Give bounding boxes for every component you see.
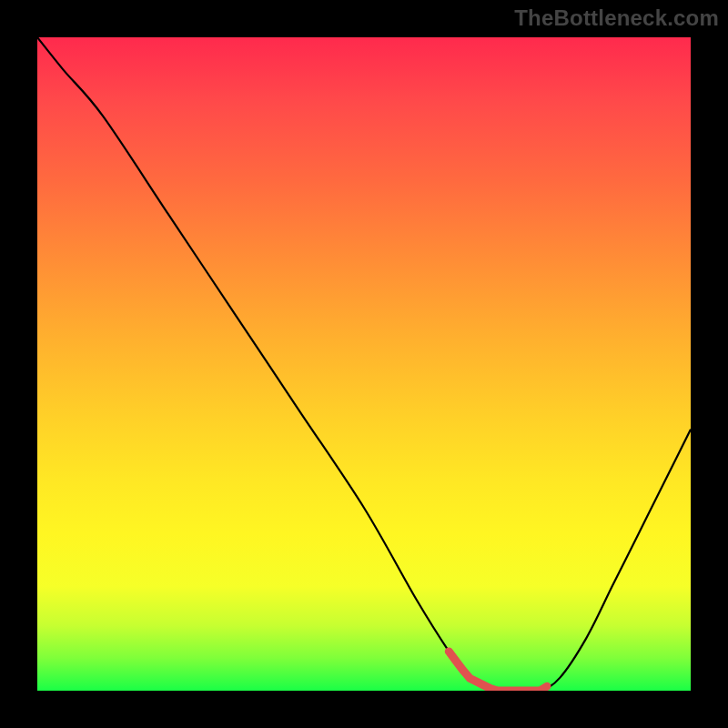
- watermark-text: TheBottleneck.com: [514, 5, 719, 31]
- curve-line: [37, 37, 691, 691]
- plot-area: [37, 37, 691, 691]
- curve-highlight: [449, 652, 547, 691]
- bottleneck-curve: [37, 37, 691, 691]
- chart-frame: TheBottleneck.com: [0, 0, 728, 728]
